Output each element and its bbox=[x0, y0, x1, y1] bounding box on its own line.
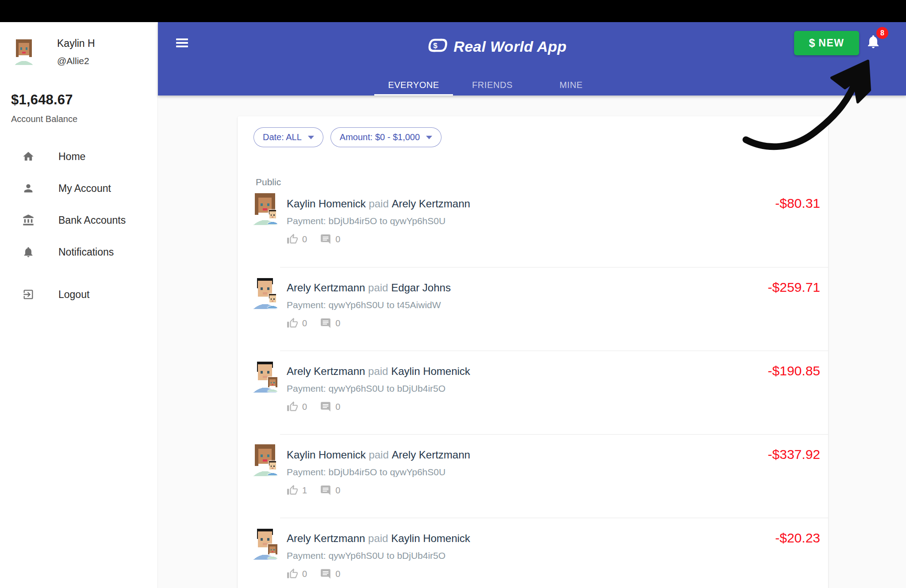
transaction-description: Payment: bDjUb4ir5O to qywYp6hS0U bbox=[287, 216, 821, 226]
likes-count: 0 bbox=[302, 318, 307, 328]
avatar-secondary bbox=[266, 210, 279, 224]
sidebar-item-label: Bank Accounts bbox=[58, 214, 126, 226]
comment-icon[interactable] bbox=[320, 568, 331, 580]
sidebar-item-logout[interactable]: Logout bbox=[0, 279, 157, 310]
sender-name[interactable]: Arely Kertzmann bbox=[287, 365, 365, 377]
action-word: paid bbox=[368, 282, 388, 294]
transaction-amount: -$190.85 bbox=[768, 363, 820, 378]
transaction-title: Arely Kertzmann paid Edgar Johns bbox=[287, 282, 821, 294]
svg-text:$: $ bbox=[434, 42, 438, 50]
sidebar-item-home[interactable]: Home bbox=[0, 141, 157, 172]
nav-divider-gap bbox=[0, 268, 157, 279]
amount-filter-chip[interactable]: Amount: $0 - $1,000 bbox=[330, 127, 441, 147]
transaction-avatar bbox=[250, 361, 280, 393]
tab-mine[interactable]: MINE bbox=[532, 74, 610, 95]
sender-name[interactable]: Kaylin Homenick bbox=[287, 198, 366, 210]
sidebar-item-notifications[interactable]: Notifications bbox=[0, 236, 157, 268]
transaction-amount: -$337.92 bbox=[768, 447, 820, 462]
receiver-name[interactable]: Arely Kertzmann bbox=[392, 449, 470, 461]
transaction-description: Payment: qywYp6hS0U to t45AiwidW bbox=[287, 300, 821, 310]
likes-count: 0 bbox=[302, 402, 307, 412]
transaction-amount: -$20.23 bbox=[775, 531, 820, 546]
transaction-amount: -$80.31 bbox=[775, 196, 820, 211]
account-balance-amount: $1,648.67 bbox=[11, 92, 77, 108]
sidebar-item-label: Logout bbox=[58, 289, 89, 301]
comments-count: 0 bbox=[335, 569, 340, 579]
transaction-row[interactable]: Arely Kertzmann paid Edgar Johns Payment… bbox=[238, 267, 828, 351]
sender-name[interactable]: Arely Kertzmann bbox=[287, 532, 365, 544]
date-filter-label: Date: ALL bbox=[263, 132, 302, 142]
sidebar-item-label: Home bbox=[58, 151, 85, 163]
comments-count: 0 bbox=[335, 402, 340, 412]
user-info: Kaylin H @Allie2 bbox=[12, 38, 95, 66]
avatar-secondary bbox=[266, 461, 279, 475]
action-word: paid bbox=[369, 198, 388, 210]
transaction-avatar bbox=[250, 193, 280, 225]
amount-filter-label: Amount: $0 - $1,000 bbox=[340, 132, 420, 142]
transaction-social: 0 0 bbox=[287, 317, 821, 329]
user-avatar bbox=[12, 39, 36, 65]
transaction-list: Kaylin Homenick paid Arely Kertzmann Pay… bbox=[238, 183, 828, 588]
transaction-row[interactable]: Arely Kertzmann paid Kaylin Homenick Pay… bbox=[238, 518, 828, 588]
sidebar-nav: Home My Account Bank Accounts Notificati… bbox=[0, 141, 157, 310]
thumbs-up-icon[interactable] bbox=[287, 401, 298, 412]
transaction-row[interactable]: Kaylin Homenick paid Arely Kertzmann Pay… bbox=[238, 183, 828, 267]
transaction-title: Kaylin Homenick paid Arely Kertzmann bbox=[287, 198, 821, 210]
avatar-secondary bbox=[266, 377, 279, 392]
receiver-name[interactable]: Kaylin Homenick bbox=[391, 532, 470, 544]
thumbs-up-icon[interactable] bbox=[287, 568, 298, 580]
transaction-description: Payment: qywYp6hS0U to bDjUb4ir5O bbox=[287, 550, 821, 561]
thumbs-up-icon[interactable] bbox=[287, 233, 298, 245]
home-icon bbox=[22, 150, 35, 163]
user-username: @Allie2 bbox=[57, 56, 95, 66]
receiver-name[interactable]: Kaylin Homenick bbox=[391, 365, 470, 377]
sidebar-item-label: Notifications bbox=[58, 246, 114, 258]
likes-count: 1 bbox=[302, 485, 307, 496]
new-transaction-button[interactable]: $ NEW bbox=[794, 31, 859, 55]
receiver-name[interactable]: Edgar Johns bbox=[391, 282, 451, 294]
transaction-social: 1 0 bbox=[287, 485, 821, 496]
likes-count: 0 bbox=[302, 569, 307, 579]
sidebar-item-bank-accounts[interactable]: Bank Accounts bbox=[0, 204, 157, 236]
comments-count: 0 bbox=[335, 485, 340, 496]
action-word: paid bbox=[368, 365, 388, 377]
transaction-description: Payment: qywYp6hS0U to bDjUb4ir5O bbox=[287, 383, 821, 394]
sidebar-item-my-account[interactable]: My Account bbox=[0, 172, 157, 204]
transaction-social: 0 0 bbox=[287, 233, 821, 245]
sender-name[interactable]: Kaylin Homenick bbox=[287, 449, 366, 461]
transaction-row[interactable]: Kaylin Homenick paid Arely Kertzmann Pay… bbox=[238, 434, 828, 518]
tab-everyone[interactable]: EVERYONE bbox=[374, 74, 453, 95]
transaction-row[interactable]: Arely Kertzmann paid Kaylin Homenick Pay… bbox=[238, 351, 828, 434]
main-content: Date: ALL Amount: $0 - $1,000 Public bbox=[158, 95, 906, 588]
transaction-amount: -$259.71 bbox=[768, 280, 820, 295]
sender-name[interactable]: Arely Kertzmann bbox=[287, 282, 365, 294]
transaction-title: Arely Kertzmann paid Kaylin Homenick bbox=[287, 365, 821, 378]
transaction-title: Kaylin Homenick paid Arely Kertzmann bbox=[287, 449, 821, 461]
thumbs-up-icon[interactable] bbox=[287, 485, 298, 496]
logout-icon bbox=[22, 288, 35, 301]
chevron-down-icon bbox=[308, 136, 314, 139]
avatar-secondary bbox=[266, 294, 279, 308]
comment-icon[interactable] bbox=[320, 485, 331, 496]
sidebar-item-label: My Account bbox=[58, 183, 111, 195]
transaction-avatar bbox=[250, 444, 280, 476]
chevron-down-icon bbox=[426, 136, 432, 139]
comment-icon[interactable] bbox=[320, 233, 331, 245]
notifications-bell-button[interactable]: 8 bbox=[865, 33, 881, 52]
date-filter-chip[interactable]: Date: ALL bbox=[253, 127, 323, 147]
menu-hamburger-icon[interactable] bbox=[176, 38, 188, 47]
transaction-description: Payment: bDjUb4ir5O to qywYp6hS0U bbox=[287, 467, 821, 477]
tab-friends[interactable]: FRIENDS bbox=[453, 74, 532, 95]
transaction-avatar bbox=[250, 277, 280, 309]
comment-icon[interactable] bbox=[320, 401, 331, 412]
new-button-label: NEW bbox=[818, 37, 844, 49]
likes-count: 0 bbox=[302, 234, 307, 244]
action-word: paid bbox=[369, 449, 388, 461]
user-name: Kaylin H bbox=[57, 38, 95, 50]
receiver-name[interactable]: Arely Kertzmann bbox=[392, 198, 470, 210]
person-icon bbox=[22, 182, 35, 195]
bank-icon bbox=[22, 214, 35, 226]
transaction-social: 0 0 bbox=[287, 401, 821, 412]
thumbs-up-icon[interactable] bbox=[287, 317, 298, 329]
comment-icon[interactable] bbox=[320, 317, 331, 329]
